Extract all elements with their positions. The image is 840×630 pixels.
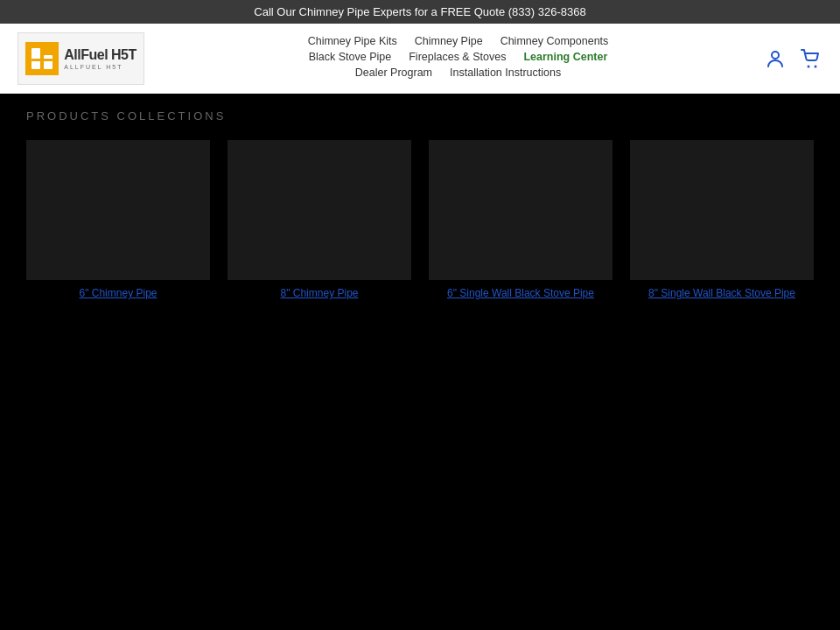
product-image-2: [429, 140, 612, 280]
logo-box[interactable]: AllFuel H5T ALLFUEL H5T: [18, 32, 144, 85]
logo-main-text: AllFuel H5T: [64, 48, 136, 62]
nav-row-3: Dealer Program Installation Instructions: [355, 66, 561, 79]
nav-chimney-pipe-kits[interactable]: Chimney Pipe Kits: [308, 35, 397, 47]
product-card-1[interactable]: 8" Chimney Pipe: [219, 131, 420, 308]
nav-black-stove-pipe[interactable]: Black Stove Pipe: [309, 51, 392, 63]
product-card-0[interactable]: 6" Chimney Pipe: [18, 131, 219, 308]
product-title-2: 6" Single Wall Black Stove Pipe: [447, 287, 594, 299]
nav-chimney-pipe[interactable]: Chimney Pipe: [415, 35, 483, 47]
nav-learning-center[interactable]: Learning Center: [523, 51, 607, 63]
nav-dealer-program[interactable]: Dealer Program: [355, 66, 432, 79]
svg-rect-2: [32, 59, 52, 61]
products-grid: 6" Chimney Pipe 8" Chimney Pipe 6" Singl…: [9, 131, 831, 308]
main-content: PRODUCTS COLLECTIONS 6" Chimney Pipe 8" …: [0, 94, 840, 531]
svg-point-5: [815, 66, 817, 68]
svg-point-4: [808, 66, 810, 68]
product-title-0: 6" Chimney Pipe: [80, 287, 158, 299]
logo-text-block: AllFuel H5T ALLFUEL H5T: [64, 48, 136, 70]
logo-container[interactable]: AllFuel H5T ALLFUEL H5T: [18, 32, 144, 85]
top-banner: Call Our Chimney Pipe Experts for a FREE…: [0, 0, 840, 24]
banner-text: Call Our Chimney Pipe Experts for a FREE…: [254, 5, 585, 18]
header: AllFuel H5T ALLFUEL H5T Chimney Pipe Kit…: [0, 24, 840, 94]
nav-container: Chimney Pipe Kits Chimney Pipe Chimney C…: [171, 35, 746, 82]
product-image-0: [26, 140, 210, 280]
product-image-3: [630, 140, 814, 280]
logo-icon: [25, 42, 59, 75]
product-card-3[interactable]: 8" Single Wall Black Stove Pipe: [621, 131, 822, 308]
nav-row-1: Chimney Pipe Kits Chimney Pipe Chimney C…: [308, 35, 609, 47]
product-title-3: 8" Single Wall Black Stove Pipe: [648, 287, 795, 299]
user-icon[interactable]: [763, 46, 788, 71]
header-icons: [763, 46, 822, 71]
nav-row-2: Black Stove Pipe Fireplaces & Stoves Lea…: [309, 51, 608, 63]
products-heading: PRODUCTS COLLECTIONS: [9, 94, 831, 131]
nav-installation-instructions[interactable]: Installation Instructions: [450, 66, 561, 79]
cart-icon[interactable]: [798, 46, 822, 71]
nav-chimney-components[interactable]: Chimney Components: [500, 35, 609, 47]
nav-fireplaces-stoves[interactable]: Fireplaces & Stoves: [409, 51, 506, 63]
svg-point-3: [772, 52, 779, 59]
svg-rect-1: [44, 55, 52, 69]
logo-sub-text: ALLFUEL H5T: [64, 64, 136, 70]
product-card-2[interactable]: 6" Single Wall Black Stove Pipe: [420, 131, 621, 308]
product-title-1: 8" Chimney Pipe: [281, 287, 359, 299]
product-image-1: [228, 140, 411, 280]
